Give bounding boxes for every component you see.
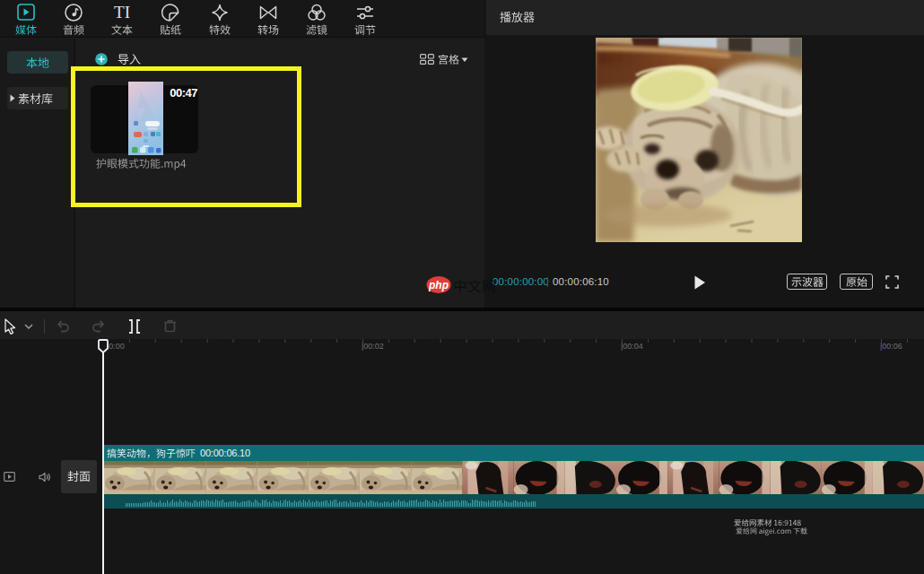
- svg-text:php: php: [428, 279, 449, 291]
